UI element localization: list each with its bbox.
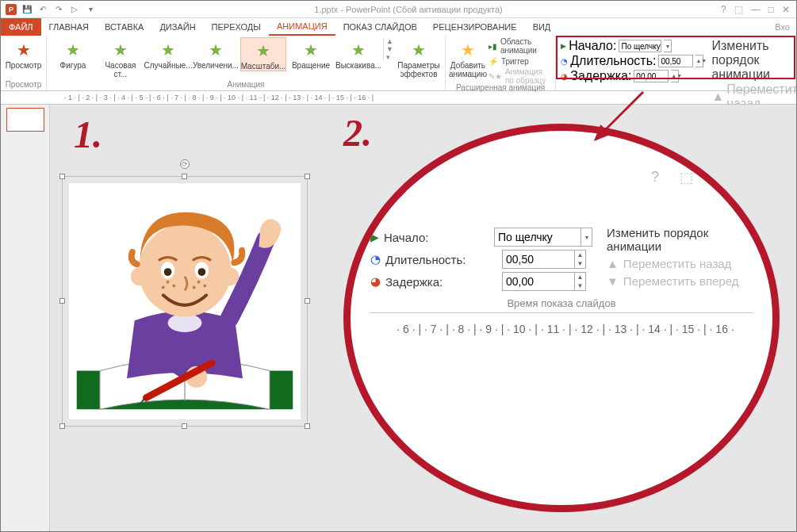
qat-more-button[interactable]: ▾ [85,4,96,15]
resize-handle-sw[interactable] [59,423,65,429]
zoom-ribbon-icon: ⬚ [680,169,693,186]
start-dropdown-button[interactable]: ▾ [664,40,672,52]
start-slideshow-button[interactable]: ▷ [69,4,80,15]
effect-grow[interactable]: ★Увеличени... [193,37,239,70]
boy-illustration [69,183,301,419]
slide-thumbnail-1[interactable] [6,108,44,132]
undo-button[interactable]: ↶ [37,4,48,15]
clock-icon: ◔ [561,57,568,66]
animation-painter-button: ✎★Анимация по образцу [489,69,552,83]
triangle-up-icon: ▲ [607,257,619,270]
play-icon: ▶ [561,42,566,50]
resize-handle-n[interactable] [182,174,187,179]
close-button[interactable]: ✕ [782,4,790,15]
resize-handle-e[interactable] [305,298,310,304]
tab-insert[interactable]: ВСТАВКА [97,18,151,36]
trigger-icon: ⚡ [489,57,498,66]
tab-transitions[interactable]: ПЕРЕХОДЫ [204,18,269,36]
painter-icon: ✎★ [489,72,502,81]
effect-clock[interactable]: ★Часовая ст... [98,37,144,78]
duration-spinner[interactable]: ▲▼ [695,55,703,67]
delay-input[interactable] [634,70,669,82]
slide-thumbnail-panel [1,105,50,531]
duration-label: Длительность: [570,54,656,68]
svg-point-12 [203,285,206,288]
duration-input[interactable] [658,55,693,67]
preview-icon: ★ [17,40,31,59]
pane-icon: ▸▮ [489,42,497,51]
svg-point-17 [198,268,206,276]
annotation-1: 1. [74,113,102,156]
zoom-delay-label: Задержка: [385,275,443,289]
group-preview-label: Просмотр [4,80,43,90]
effect-spin[interactable]: ★Вращение [288,37,334,70]
resize-handle-se[interactable] [305,423,310,429]
tab-animation[interactable]: АНИМАЦИЯ [269,18,335,36]
group-animation-label: Анимация [50,80,442,90]
slide-canvas: 1. 2. ⟳ [50,105,796,531]
delay-spinner[interactable]: ▲▼ [671,70,679,82]
start-select[interactable] [619,40,661,52]
triangle-down-icon: ▼ [607,274,619,288]
minimize-button[interactable]: — [751,4,761,15]
tab-review[interactable]: РЕЦЕНЗИРОВАНИЕ [425,18,525,36]
animation-pane-button[interactable]: ▸▮Область анимации [489,39,552,53]
zoom-start-select[interactable] [494,228,581,247]
start-label: Начало: [569,39,616,53]
svg-point-7 [220,267,239,285]
selected-image-frame[interactable]: ⟳ [62,176,308,427]
gallery-more-button[interactable]: ▲▼▾ [383,37,394,61]
zoom-move-later: ▼Переместить вперед [607,274,753,288]
star-icon: ★ [304,40,318,59]
reorder-title: Изменить порядок анимации [711,39,797,82]
resize-handle-ne[interactable] [305,174,310,179]
rotate-handle[interactable]: ⟳ [180,159,190,169]
ribbon: ★ Просмотр Просмотр ★Фигура ★Часовая ст.… [1,36,796,91]
magnifier-circle: ? ⬚ ▶Начало: ▾ ◔Длительност [343,124,780,512]
zoom-move-earlier: ▲Переместить назад [607,257,753,270]
maximize-button[interactable]: □ [768,4,774,15]
window-controls: ? ⬚ — □ ✕ [721,4,796,15]
svg-point-6 [131,267,149,285]
effect-zoom[interactable]: ★Масштаби... [240,37,286,71]
tab-design[interactable]: ДИЗАЙН [151,18,203,36]
save-button[interactable]: 💾 [21,4,33,15]
group-advanced-label: Расширенная анимация [449,83,552,94]
zoom-delay-icon: ◕ [370,274,381,289]
add-animation-button[interactable]: ★Добавить анимацию [449,37,487,78]
group-advanced: ★Добавить анимацию ▸▮Область анимации ⚡Т… [446,36,556,90]
zoom-duration-spinner[interactable]: ▲▼ [575,250,586,269]
login-link[interactable]: Вхо [775,18,796,36]
resize-handle-w[interactable] [59,298,65,304]
tab-view[interactable]: ВИД [525,18,559,36]
zoom-duration-label: Длительность: [385,253,466,266]
tab-home[interactable]: ГЛАВНАЯ [41,18,97,36]
redo-button[interactable]: ↷ [53,4,64,15]
effect-random[interactable]: ★Случайные... [145,37,191,70]
zoom-delay-spinner[interactable]: ▲▼ [575,272,586,291]
zoom-duration-input[interactable] [502,250,575,269]
tab-slideshow[interactable]: ПОКАЗ СЛАЙДОВ [335,18,425,36]
zoom-timing-panel: ▶Начало: ▾ ◔Длительность: ▲▼ [370,226,753,335]
effect-options-button[interactable]: ★Параметры эффектов [396,37,442,78]
trigger-button[interactable]: ⚡Триггер [489,54,552,68]
quick-access-toolbar: P 💾 ↶ ↷ ▷ ▾ [1,4,96,15]
triangle-up-icon: ▲ [711,90,724,104]
effect-figure[interactable]: ★Фигура [50,37,96,70]
help-button[interactable]: ? [721,4,726,15]
preview-button[interactable]: ★ Просмотр [4,37,43,70]
star-icon: ★ [161,40,175,59]
zoom-delay-input[interactable] [502,272,575,291]
star-icon: ★ [351,40,366,59]
effect-bounce[interactable]: ★Выскакива... [335,37,381,70]
resize-handle-nw[interactable] [59,174,65,179]
ribbon-toggle-button[interactable]: ⬚ [734,4,743,15]
star-icon: ★ [256,41,270,60]
preview-label: Просмотр [6,61,42,70]
svg-point-10 [162,286,165,289]
svg-point-15 [164,268,172,276]
zoom-start-dropdown[interactable]: ▾ [581,228,592,247]
resize-handle-s[interactable] [182,423,187,429]
tab-file[interactable]: ФАЙЛ [1,18,41,36]
group-preview: ★ Просмотр Просмотр [1,36,47,90]
